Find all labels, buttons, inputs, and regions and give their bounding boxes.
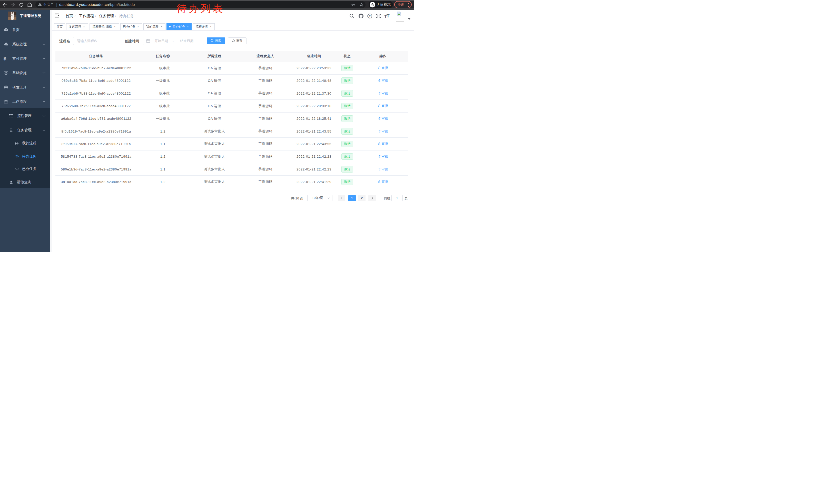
svg-text:?: ? bbox=[369, 14, 371, 17]
